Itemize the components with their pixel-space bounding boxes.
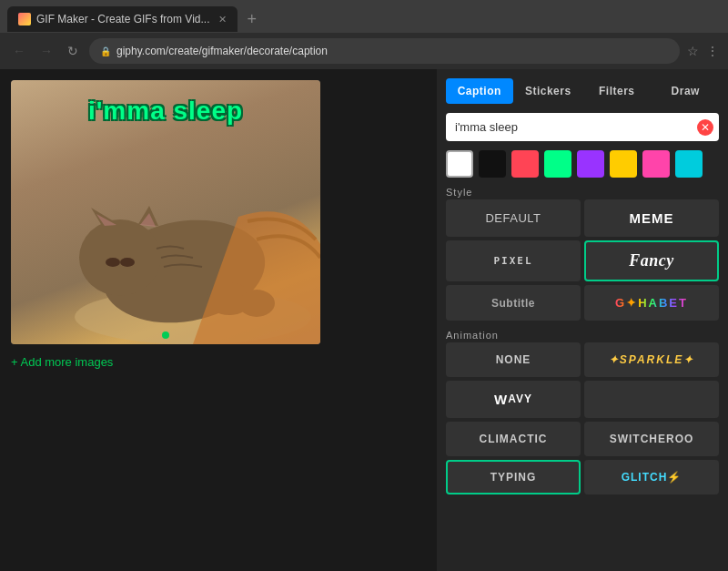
svg-point-8 [106,258,120,267]
svg-point-3 [79,219,161,296]
style-default-button[interactable]: DEFAULT [446,199,581,237]
active-tab[interactable]: GIF Maker - Create GIFs from Vid... ✕ [7,6,238,32]
style-label: Style [446,187,719,198]
anim-wavy-button[interactable]: WAVY [446,381,581,418]
animation-label: Animation [446,330,719,341]
color-swatch-red[interactable] [511,150,539,178]
nav-actions: ☆ ⋮ [687,44,719,58]
tab-stickers[interactable]: Stickers [515,78,582,104]
clear-input-button[interactable]: ✕ [697,119,713,136]
style-alphabet-button[interactable]: G✦HABET [584,285,719,321]
color-swatch-purple[interactable] [577,150,604,178]
address-bar[interactable]: 🔒 giphy.com/create/gifmaker/decorate/cap… [89,38,680,64]
menu-icon[interactable]: ⋮ [706,44,719,58]
caption-input[interactable] [446,113,719,141]
anim-glitch-button[interactable]: GLITCH⚡ [584,460,719,495]
gif-image: i'mma sleep [11,80,320,344]
reload-button[interactable]: ↻ [64,42,82,60]
back-button[interactable]: ← [9,42,29,60]
color-swatch-yellow[interactable] [610,150,637,178]
color-swatch-white[interactable] [446,150,473,178]
animation-grid: NONE ✦SPARKLE✦ WAVY RAINBOW CLIMACTIC SW… [446,342,719,495]
style-subtitle-button[interactable]: Subtitle [446,285,581,321]
gif-preview: i'mma sleep [11,80,320,344]
color-swatch-green[interactable] [544,150,571,178]
animation-section: Animation NONE ✦SPARKLE✦ WAVY RAINBOW CL… [446,330,719,495]
color-swatches [446,150,719,178]
anim-climactic-button[interactable]: CLIMACTIC [446,422,581,456]
tab-close-button[interactable]: ✕ [218,14,227,25]
style-fancy-button[interactable]: Fancy [584,240,719,281]
color-swatch-pink[interactable] [642,150,670,178]
style-grid: DEFAULT MEME PIXEL Fancy Subtitle G✦HABE… [446,199,719,321]
tab-filters[interactable]: Filters [583,78,651,104]
bookmark-icon[interactable]: ☆ [687,44,699,58]
main-content: i'mma sleep + Add more images Caption St… [0,69,728,571]
svg-point-9 [120,258,135,267]
color-swatch-black[interactable] [479,150,506,178]
nav-bar: ← → ↻ 🔒 giphy.com/create/gifmaker/decora… [0,33,728,69]
tab-bar: GIF Maker - Create GIFs from Vid... ✕ + [0,0,728,33]
text-input-row: ✕ [446,113,719,141]
tab-favicon [18,13,31,25]
anim-typing-button[interactable]: TYPING [446,460,581,495]
add-images-button[interactable]: + Add more images [11,355,426,369]
lock-icon: 🔒 [100,46,111,56]
new-tab-button[interactable]: + [241,10,262,29]
anim-none-button[interactable]: NONE [446,342,581,377]
anim-rainbow-button[interactable]: RAINBOW [584,381,719,418]
style-meme-button[interactable]: MEME [584,199,719,237]
tabs-row: Caption Stickers Filters Draw [446,78,719,104]
tab-label: GIF Maker - Create GIFs from Vid... [36,13,209,25]
right-panel: Caption Stickers Filters Draw ✕ Style DE… [437,69,728,571]
tab-caption[interactable]: Caption [446,78,513,104]
url-text: giphy.com/create/gifmaker/decorate/capti… [116,45,328,57]
style-pixel-button[interactable]: PIXEL [446,240,581,281]
left-panel: i'mma sleep + Add more images [0,69,437,571]
anim-switcheroo-button[interactable]: SWITCHEROO [584,422,719,456]
browser-chrome: GIF Maker - Create GIFs from Vid... ✕ + … [0,0,728,69]
forward-button[interactable]: → [36,42,56,60]
style-section: Style DEFAULT MEME PIXEL Fancy Subtitle … [446,187,719,321]
caption-overlay: i'mma sleep [11,97,320,126]
progress-dot [162,331,169,339]
color-swatch-cyan[interactable] [675,150,703,178]
tab-draw[interactable]: Draw [652,78,720,104]
alphabet-text: G✦HABET [615,296,688,310]
anim-sparkle-button[interactable]: ✦SPARKLE✦ [584,342,719,377]
